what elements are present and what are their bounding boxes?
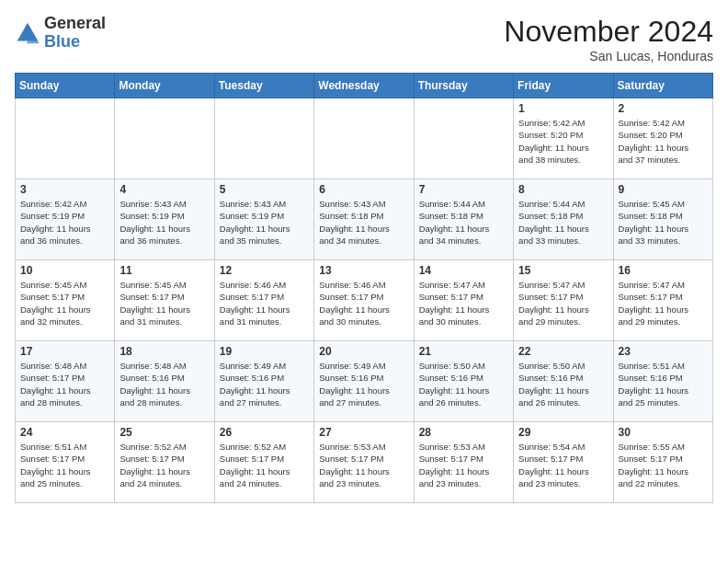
day-detail: Sunrise: 5:54 AM Sunset: 5:17 PM Dayligh… xyxy=(518,441,608,489)
day-detail: Sunrise: 5:52 AM Sunset: 5:17 PM Dayligh… xyxy=(220,441,309,489)
day-detail: Sunrise: 5:53 AM Sunset: 5:17 PM Dayligh… xyxy=(319,441,408,489)
day-number: 12 xyxy=(220,264,309,277)
calendar-cell: 30Sunrise: 5:55 AM Sunset: 5:17 PM Dayli… xyxy=(613,422,712,503)
calendar-cell xyxy=(115,98,214,179)
calendar-cell: 12Sunrise: 5:46 AM Sunset: 5:17 PM Dayli… xyxy=(214,260,313,341)
day-number: 23 xyxy=(619,345,708,358)
day-detail: Sunrise: 5:43 AM Sunset: 5:19 PM Dayligh… xyxy=(119,198,209,247)
day-number: 17 xyxy=(20,345,109,358)
day-detail: Sunrise: 5:51 AM Sunset: 5:16 PM Dayligh… xyxy=(619,360,708,408)
day-number: 9 xyxy=(619,183,708,196)
calendar-cell: 24Sunrise: 5:51 AM Sunset: 5:17 PM Dayli… xyxy=(16,422,115,503)
header-tuesday: Tuesday xyxy=(214,74,313,98)
day-detail: Sunrise: 5:42 AM Sunset: 5:20 PM Dayligh… xyxy=(518,117,608,166)
day-detail: Sunrise: 5:48 AM Sunset: 5:16 PM Dayligh… xyxy=(119,360,209,408)
day-detail: Sunrise: 5:42 AM Sunset: 5:20 PM Dayligh… xyxy=(619,117,708,166)
calendar-cell: 17Sunrise: 5:48 AM Sunset: 5:17 PM Dayli… xyxy=(16,341,115,422)
day-number: 1 xyxy=(518,102,608,115)
day-detail: Sunrise: 5:55 AM Sunset: 5:17 PM Dayligh… xyxy=(619,441,708,489)
calendar-cell: 3Sunrise: 5:42 AM Sunset: 5:19 PM Daylig… xyxy=(16,179,115,260)
day-number: 30 xyxy=(619,426,708,439)
day-detail: Sunrise: 5:43 AM Sunset: 5:18 PM Dayligh… xyxy=(319,198,408,247)
day-detail: Sunrise: 5:49 AM Sunset: 5:16 PM Dayligh… xyxy=(220,360,309,408)
logo-blue: Blue xyxy=(44,33,106,52)
day-detail: Sunrise: 5:46 AM Sunset: 5:17 PM Dayligh… xyxy=(319,279,408,327)
calendar-cell: 23Sunrise: 5:51 AM Sunset: 5:16 PM Dayli… xyxy=(613,341,712,422)
calendar-cell xyxy=(314,98,414,179)
day-number: 22 xyxy=(518,345,608,358)
day-number: 24 xyxy=(20,426,109,439)
day-number: 6 xyxy=(319,183,408,196)
calendar-cell: 7Sunrise: 5:44 AM Sunset: 5:18 PM Daylig… xyxy=(414,179,513,260)
calendar-cell: 21Sunrise: 5:50 AM Sunset: 5:16 PM Dayli… xyxy=(414,341,513,422)
day-number: 10 xyxy=(20,264,109,277)
calendar-cell: 26Sunrise: 5:52 AM Sunset: 5:17 PM Dayli… xyxy=(214,422,313,503)
day-number: 5 xyxy=(220,183,309,196)
calendar-cell: 15Sunrise: 5:47 AM Sunset: 5:17 PM Dayli… xyxy=(514,260,613,341)
day-detail: Sunrise: 5:42 AM Sunset: 5:19 PM Dayligh… xyxy=(20,198,109,247)
calendar-cell: 4Sunrise: 5:43 AM Sunset: 5:19 PM Daylig… xyxy=(115,179,214,260)
day-detail: Sunrise: 5:51 AM Sunset: 5:17 PM Dayligh… xyxy=(20,441,109,489)
day-number: 25 xyxy=(119,426,209,439)
header-friday: Friday xyxy=(514,74,613,98)
calendar-cell: 20Sunrise: 5:49 AM Sunset: 5:16 PM Dayli… xyxy=(314,341,414,422)
calendar-body: 1Sunrise: 5:42 AM Sunset: 5:20 PM Daylig… xyxy=(16,98,713,503)
day-number: 15 xyxy=(518,264,608,277)
day-number: 11 xyxy=(119,264,209,277)
day-detail: Sunrise: 5:46 AM Sunset: 5:17 PM Dayligh… xyxy=(220,279,309,327)
day-number: 28 xyxy=(419,426,508,439)
day-detail: Sunrise: 5:47 AM Sunset: 5:17 PM Dayligh… xyxy=(619,279,708,327)
day-detail: Sunrise: 5:49 AM Sunset: 5:16 PM Dayligh… xyxy=(319,360,408,408)
day-detail: Sunrise: 5:45 AM Sunset: 5:17 PM Dayligh… xyxy=(20,279,109,327)
header-sunday: Sunday xyxy=(16,74,115,98)
day-detail: Sunrise: 5:48 AM Sunset: 5:17 PM Dayligh… xyxy=(20,360,109,408)
day-number: 21 xyxy=(419,345,508,358)
calendar-cell: 27Sunrise: 5:53 AM Sunset: 5:17 PM Dayli… xyxy=(314,422,414,503)
calendar-cell: 11Sunrise: 5:45 AM Sunset: 5:17 PM Dayli… xyxy=(115,260,214,341)
day-number: 14 xyxy=(419,264,508,277)
day-number: 29 xyxy=(518,426,608,439)
day-number: 19 xyxy=(220,345,309,358)
day-number: 13 xyxy=(319,264,408,277)
title-block: November 2024 San Lucas, Honduras xyxy=(504,15,713,63)
calendar-week-0: 1Sunrise: 5:42 AM Sunset: 5:20 PM Daylig… xyxy=(16,98,713,179)
calendar-cell: 25Sunrise: 5:52 AM Sunset: 5:17 PM Dayli… xyxy=(115,422,214,503)
calendar-week-4: 24Sunrise: 5:51 AM Sunset: 5:17 PM Dayli… xyxy=(16,422,713,503)
logo-text: General Blue xyxy=(44,15,106,52)
logo: General Blue xyxy=(15,15,106,52)
calendar-cell: 10Sunrise: 5:45 AM Sunset: 5:17 PM Dayli… xyxy=(16,260,115,341)
header-saturday: Saturday xyxy=(613,74,712,98)
calendar-week-3: 17Sunrise: 5:48 AM Sunset: 5:17 PM Dayli… xyxy=(16,341,713,422)
calendar-header: Sunday Monday Tuesday Wednesday Thursday… xyxy=(16,74,713,98)
calendar-cell: 5Sunrise: 5:43 AM Sunset: 5:19 PM Daylig… xyxy=(214,179,313,260)
calendar-cell: 18Sunrise: 5:48 AM Sunset: 5:16 PM Dayli… xyxy=(115,341,214,422)
calendar-cell: 8Sunrise: 5:44 AM Sunset: 5:18 PM Daylig… xyxy=(514,179,613,260)
location-subtitle: San Lucas, Honduras xyxy=(504,49,713,63)
day-detail: Sunrise: 5:50 AM Sunset: 5:16 PM Dayligh… xyxy=(419,360,508,408)
day-number: 26 xyxy=(220,426,309,439)
calendar-cell: 6Sunrise: 5:43 AM Sunset: 5:18 PM Daylig… xyxy=(314,179,414,260)
day-number: 27 xyxy=(319,426,408,439)
calendar-cell: 13Sunrise: 5:46 AM Sunset: 5:17 PM Dayli… xyxy=(314,260,414,341)
day-detail: Sunrise: 5:50 AM Sunset: 5:16 PM Dayligh… xyxy=(518,360,608,408)
page-header: General Blue November 2024 San Lucas, Ho… xyxy=(15,15,713,63)
header-monday: Monday xyxy=(115,74,214,98)
header-row: Sunday Monday Tuesday Wednesday Thursday… xyxy=(16,74,713,98)
calendar-cell xyxy=(214,98,313,179)
day-detail: Sunrise: 5:52 AM Sunset: 5:17 PM Dayligh… xyxy=(119,441,209,489)
day-detail: Sunrise: 5:44 AM Sunset: 5:18 PM Dayligh… xyxy=(419,198,508,247)
calendar-cell: 28Sunrise: 5:53 AM Sunset: 5:17 PM Dayli… xyxy=(414,422,513,503)
calendar-cell: 29Sunrise: 5:54 AM Sunset: 5:17 PM Dayli… xyxy=(514,422,613,503)
day-detail: Sunrise: 5:47 AM Sunset: 5:17 PM Dayligh… xyxy=(518,279,608,327)
day-detail: Sunrise: 5:45 AM Sunset: 5:18 PM Dayligh… xyxy=(619,198,708,247)
day-number: 4 xyxy=(119,183,209,196)
month-title: November 2024 xyxy=(504,15,713,49)
calendar-cell: 22Sunrise: 5:50 AM Sunset: 5:16 PM Dayli… xyxy=(514,341,613,422)
calendar-cell: 1Sunrise: 5:42 AM Sunset: 5:20 PM Daylig… xyxy=(514,98,613,179)
calendar-cell xyxy=(414,98,513,179)
day-number: 20 xyxy=(319,345,408,358)
day-detail: Sunrise: 5:53 AM Sunset: 5:17 PM Dayligh… xyxy=(419,441,508,489)
day-detail: Sunrise: 5:47 AM Sunset: 5:17 PM Dayligh… xyxy=(419,279,508,327)
logo-general: General xyxy=(44,15,106,33)
calendar-cell: 19Sunrise: 5:49 AM Sunset: 5:16 PM Dayli… xyxy=(214,341,313,422)
